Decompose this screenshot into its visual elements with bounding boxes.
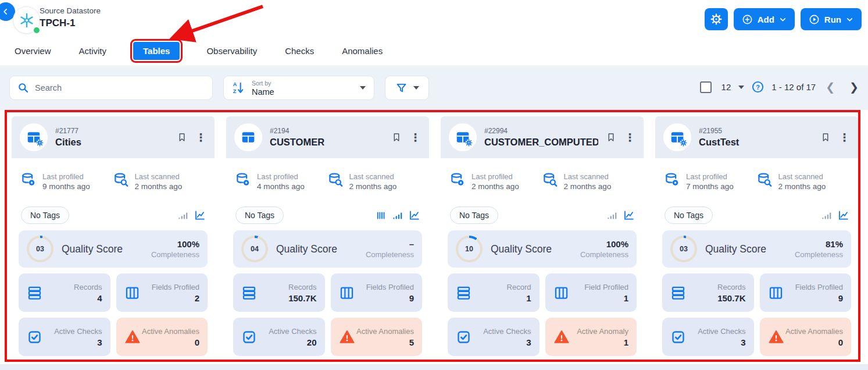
bar-chart-icon[interactable] [607,211,617,220]
bar-chart-icon[interactable] [178,211,188,220]
active-anomalies-stat[interactable]: Active Anomalies0 [760,318,852,356]
no-tags-pill[interactable]: No Tags [21,207,69,224]
completeness-label: Completeness [580,250,628,259]
last-profiled-value: 4 months ago [257,182,305,191]
page-size-value[interactable]: 12 [721,82,731,92]
completeness-value: 100% [580,239,628,249]
chevron-down-icon [846,16,853,23]
tab-overview[interactable]: Overview [13,42,52,60]
table-name[interactable]: CUSTOMER_COMPUTED [484,137,598,148]
table-card[interactable]: #21777 Cities ⋮ Last pro [12,116,215,355]
table-name[interactable]: Cities [55,137,169,148]
stat-value: 4 [42,293,102,303]
next-row-peek [0,364,868,370]
table-name[interactable]: CustTest [699,137,813,148]
bookmark-icon[interactable] [177,131,187,143]
page-size-chevron-icon[interactable] [738,86,744,89]
last-scanned-icon [328,172,344,188]
stat-value: 1 [569,293,629,303]
rows-icon [27,285,42,301]
quality-score-tile[interactable]: 04 Quality Score – Completeness [233,230,422,268]
last-profiled-value: 9 months ago [42,182,90,191]
stat-label: Field Profiled [569,283,629,291]
svg-text:?: ? [756,84,760,91]
quality-score-tile[interactable]: 03 Quality Score 100% Completeness [19,230,208,268]
settings-button[interactable] [705,8,728,30]
active-anomalies-stat[interactable]: Active Anomaly1 [545,318,637,356]
bar-chart-icon[interactable] [821,211,832,220]
tab-activity[interactable]: Activity [78,42,108,60]
prev-page-button[interactable]: ❮ [826,81,835,92]
warning-triangle-icon [339,329,355,345]
quality-score-tile[interactable]: 03 Quality Score 81% Completeness [662,230,851,268]
rows-icon [456,285,471,301]
line-chart-icon[interactable] [838,210,849,220]
bookmark-icon[interactable] [820,131,831,143]
bookmark-icon[interactable] [391,131,402,143]
fields-profiled-stat[interactable]: Fields Profiled9 [760,273,852,312]
line-chart-icon[interactable] [194,210,205,220]
more-options-icon[interactable]: ⋮ [195,131,206,144]
active-anomalies-stat[interactable]: Active Anomalies5 [331,318,423,356]
table-name[interactable]: CUSTOMER [270,137,384,148]
records-stat[interactable]: Records150.7K [662,273,754,312]
add-button[interactable]: Add [734,8,795,30]
search-input[interactable] [35,83,205,92]
active-checks-stat[interactable]: Active Checks3 [662,318,754,356]
last-scanned-label: Last scanned [564,172,612,181]
stat-label: Records [42,283,102,291]
active-checks-stat[interactable]: Active Checks3 [448,318,540,356]
records-stat[interactable]: Records150.7K [233,273,325,312]
active-checks-stat[interactable]: Active Checks3 [19,318,110,356]
active-checks-stat[interactable]: Active Checks20 [233,318,325,356]
no-tags-pill[interactable]: No Tags [450,207,498,224]
table-card[interactable]: #21955 CustTest ⋮ Last p [655,116,858,355]
table-card[interactable]: #22994 CUSTOMER_COMPUTED ⋮ [441,116,644,355]
histogram-icon[interactable] [377,211,387,220]
fields-profiled-stat[interactable]: Fields Profiled9 [331,273,423,312]
snowflake-logo-icon [19,12,35,29]
active-anomalies-stat[interactable]: Active Anomalies0 [116,318,208,356]
quality-score-tile[interactable]: 10 Quality Score 100% Completeness [448,230,637,268]
tab-tables[interactable]: Tables [133,42,180,60]
tab-observability[interactable]: Observability [205,42,258,60]
search-box[interactable] [9,76,213,100]
bar-chart-icon[interactable] [392,211,403,220]
next-page-button[interactable]: ❯ [849,81,859,92]
table-card[interactable]: #2194 CUSTOMER ⋮ Last pr [226,116,429,355]
quality-score-ring: 10 [456,236,483,262]
help-icon[interactable]: ? [752,81,764,93]
stat-label: Active Anomalies [784,327,844,336]
sort-dropdown[interactable]: A Z Sort by Name [223,76,374,100]
more-options-icon[interactable]: ⋮ [624,131,635,144]
records-stat[interactable]: Record1 [448,273,540,312]
gear-icon [680,139,687,147]
card-header: #2194 CUSTOMER ⋮ [226,116,429,158]
more-options-icon[interactable]: ⋮ [839,131,850,144]
tab-anomalies[interactable]: Anomalies [341,42,384,60]
no-tags-pill[interactable]: No Tags [665,207,713,224]
datastore-avatar [13,6,40,34]
filter-dropdown[interactable] [385,76,429,100]
more-options-icon[interactable]: ⋮ [410,131,421,144]
last-profiled-icon [21,172,37,188]
fields-profiled-stat[interactable]: Fields Profiled2 [116,273,208,312]
bookmark-icon[interactable] [606,131,616,143]
check-square-icon [241,329,257,345]
completeness-label: Completeness [366,250,414,259]
line-chart-icon[interactable] [623,210,634,220]
page-title: TPCH-1 [40,17,101,29]
no-tags-pill[interactable]: No Tags [235,207,284,224]
run-button[interactable]: Run [801,8,862,30]
tab-checks[interactable]: Checks [284,42,315,60]
line-chart-icon[interactable] [409,210,420,220]
sort-az-icon: A Z [232,81,245,95]
last-scanned-icon [113,172,129,188]
completeness-value: 81% [795,239,843,249]
select-all-checkbox[interactable] [700,81,712,93]
records-stat[interactable]: Records4 [19,273,110,312]
quality-score-value: 03 [36,245,44,253]
fields-profiled-stat[interactable]: Field Profiled1 [545,273,637,312]
completeness-value: 100% [151,239,199,249]
plus-circle-icon [742,14,753,25]
